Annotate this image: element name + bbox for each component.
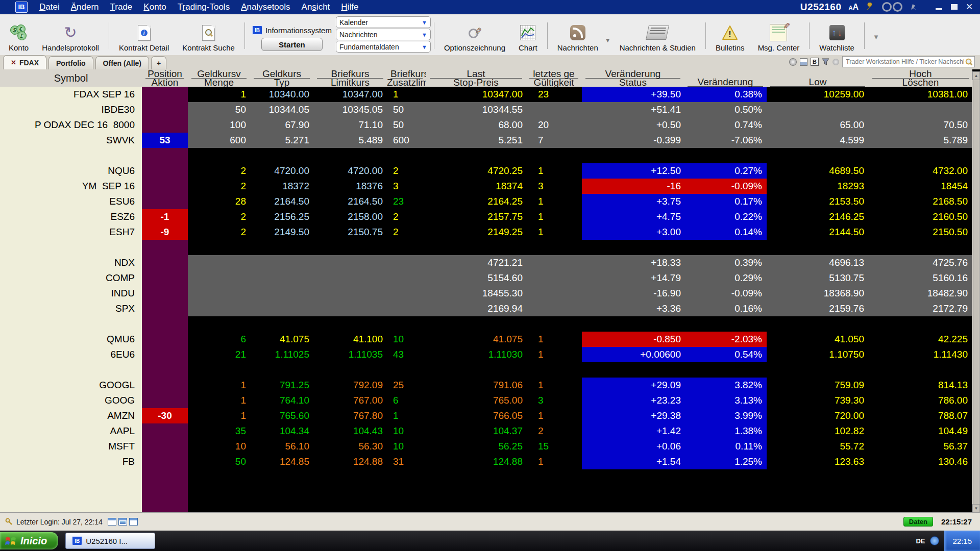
cell-symbol[interactable]: NDX	[0, 255, 142, 270]
cell-geldkurs[interactable]: 18372	[250, 179, 313, 194]
cell-menge[interactable]	[188, 301, 250, 316]
cell-hoch[interactable]: 18482.90	[869, 286, 972, 301]
cell-symbol[interactable]: ESU6	[0, 194, 142, 209]
cell-briefkurs[interactable]: 2150.75	[313, 224, 387, 240]
handelsprotokoll-button[interactable]: ↻ Handelsprotokoll	[35, 15, 106, 55]
chart-button[interactable]: Chart	[512, 15, 544, 55]
cell-geldkurs[interactable]: 5.271	[250, 133, 313, 148]
cell-low[interactable]: 2159.76	[767, 301, 869, 316]
cell-menge[interactable]: 1	[188, 378, 250, 393]
filter-icon[interactable]	[822, 58, 829, 65]
cell-stop-preis[interactable]: 4721.21	[426, 255, 526, 270]
cell-symbol[interactable]: QMU6	[0, 332, 142, 347]
cell-veraenderung-pct[interactable]: 0.29%	[684, 270, 767, 286]
cell-low[interactable]	[767, 316, 869, 332]
cell-symbol[interactable]	[0, 362, 142, 378]
cell-veraenderung[interactable]: -16	[582, 179, 684, 194]
cell-position[interactable]	[142, 102, 188, 117]
cell-low[interactable]: 18293	[767, 179, 869, 194]
nachrichten-dropdown-caret[interactable]: ▼	[605, 37, 611, 44]
cell-briefkurs[interactable]: 18376	[313, 179, 387, 194]
cell-zusatzlim[interactable]: 43	[387, 347, 426, 362]
cell-zusatzlim[interactable]: 2	[387, 163, 426, 179]
column-header-hoch[interactable]: HochLöschen	[869, 69, 972, 87]
cell-gueltigkeit[interactable]	[526, 270, 582, 286]
tab-portfolio[interactable]: Portfolio	[48, 56, 93, 69]
cell-zusatzlim[interactable]: 1	[387, 408, 426, 423]
column-header-vernderung[interactable]: VeränderungStatus	[582, 69, 684, 87]
cell-geldkurs[interactable]: 10344.05	[250, 102, 313, 117]
cell-briefkurs[interactable]: 4720.00	[313, 163, 387, 179]
cell-zusatzlim[interactable]: 6	[387, 393, 426, 408]
cell-stop-preis[interactable]: 56.25	[426, 439, 526, 454]
cell-veraenderung[interactable]: +29.09	[582, 378, 684, 393]
cell-veraenderung-pct[interactable]: 0.27%	[684, 163, 767, 179]
cell-gueltigkeit[interactable]	[526, 362, 582, 378]
menu-tradingtools[interactable]: Trading-Tools	[172, 2, 235, 12]
cell-geldkurs[interactable]: 4720.00	[250, 163, 313, 179]
cell-menge[interactable]: 2	[188, 209, 250, 224]
cell-briefkurs[interactable]: 10345.05	[313, 102, 387, 117]
cell-menge[interactable]	[188, 362, 250, 378]
cell-veraenderung[interactable]: +14.79	[582, 270, 684, 286]
cell-veraenderung-pct[interactable]: 3.99%	[684, 408, 767, 423]
maximize-button[interactable]	[948, 3, 960, 12]
cell-gueltigkeit[interactable]: 23	[526, 87, 582, 102]
kontrakt-detail-button[interactable]: i Kontrakt Detail	[112, 15, 176, 55]
cell-geldkurs[interactable]: 67.90	[250, 117, 313, 133]
language-indicator[interactable]: DE	[916, 537, 925, 545]
cell-stop-preis[interactable]: 68.00	[426, 117, 526, 133]
cell-low[interactable]: 18368.90	[767, 286, 869, 301]
cell-veraenderung[interactable]: +0.00600	[582, 347, 684, 362]
cell-veraenderung[interactable]: +23.23	[582, 393, 684, 408]
column-header-geldkurs[interactable]: GeldkursTyp	[250, 69, 313, 87]
search-icon[interactable]	[966, 59, 972, 65]
cell-menge[interactable]	[188, 316, 250, 332]
cell-low[interactable]: 720.00	[767, 408, 869, 423]
network-globe-icon[interactable]	[930, 536, 939, 545]
cell-veraenderung-pct[interactable]: 3.13%	[684, 393, 767, 408]
menu-konto[interactable]: Konto	[138, 2, 172, 12]
cell-symbol[interactable]: MSFT	[0, 439, 142, 454]
cell-low[interactable]: 739.30	[767, 393, 869, 408]
cell-low[interactable]: 1.10750	[767, 347, 869, 362]
cell-gueltigkeit[interactable]	[526, 102, 582, 117]
cell-low[interactable]: 2153.50	[767, 194, 869, 209]
cell-stop-preis[interactable]: 2164.25	[426, 194, 526, 209]
cell-stop-preis[interactable]: 124.88	[426, 454, 526, 469]
dropdown-nachrichten[interactable]: Nachrichten▼	[336, 29, 431, 40]
tab-offen-alle[interactable]: Offen (Alle)	[95, 56, 149, 69]
cell-symbol[interactable]: FB	[0, 454, 142, 469]
cell-veraenderung-pct[interactable]: 0.11%	[684, 439, 767, 454]
cell-hoch[interactable]: 788.07	[869, 408, 972, 423]
cell-veraenderung[interactable]: +3.36	[582, 301, 684, 316]
cell-menge[interactable]: 10	[188, 439, 250, 454]
cell-position[interactable]	[142, 163, 188, 179]
cell-hoch[interactable]: 5160.16	[869, 270, 972, 286]
cell-briefkurs[interactable]: 41.100	[313, 332, 387, 347]
cell-veraenderung-pct[interactable]: 3.82%	[684, 378, 767, 393]
cell-zusatzlim[interactable]	[387, 301, 426, 316]
record-icon[interactable]	[789, 58, 797, 66]
menu-analysetools[interactable]: Analysetools	[235, 2, 296, 12]
cell-stop-preis[interactable]: 104.37	[426, 423, 526, 439]
cell-symbol[interactable]: ESH7	[0, 224, 142, 240]
cell-briefkurs[interactable]	[313, 362, 387, 378]
cell-zusatzlim[interactable]	[387, 148, 426, 163]
cell-briefkurs[interactable]	[313, 240, 387, 255]
cell-position[interactable]	[142, 301, 188, 316]
cell-low[interactable]	[767, 148, 869, 163]
link-windows-icon[interactable]	[882, 2, 902, 12]
cell-stop-preis[interactable]: 2169.94	[426, 301, 526, 316]
cell-hoch[interactable]: 2172.79	[869, 301, 972, 316]
kontrakt-suche-button[interactable]: Kontrakt Suche	[176, 15, 241, 55]
bold-icon[interactable]: B	[811, 58, 819, 66]
cell-briefkurs[interactable]: 792.09	[313, 378, 387, 393]
cell-briefkurs[interactable]	[313, 255, 387, 270]
column-header-briefkursv[interactable]: BriefkursvZusatzlim	[387, 69, 426, 87]
cell-gueltigkeit[interactable]: 20	[526, 117, 582, 133]
cell-veraenderung[interactable]: +29.38	[582, 408, 684, 423]
cell-veraenderung-pct[interactable]	[684, 148, 767, 163]
cell-briefkurs[interactable]: 767.00	[313, 393, 387, 408]
cell-veraenderung-pct[interactable]: 0.16%	[684, 301, 767, 316]
